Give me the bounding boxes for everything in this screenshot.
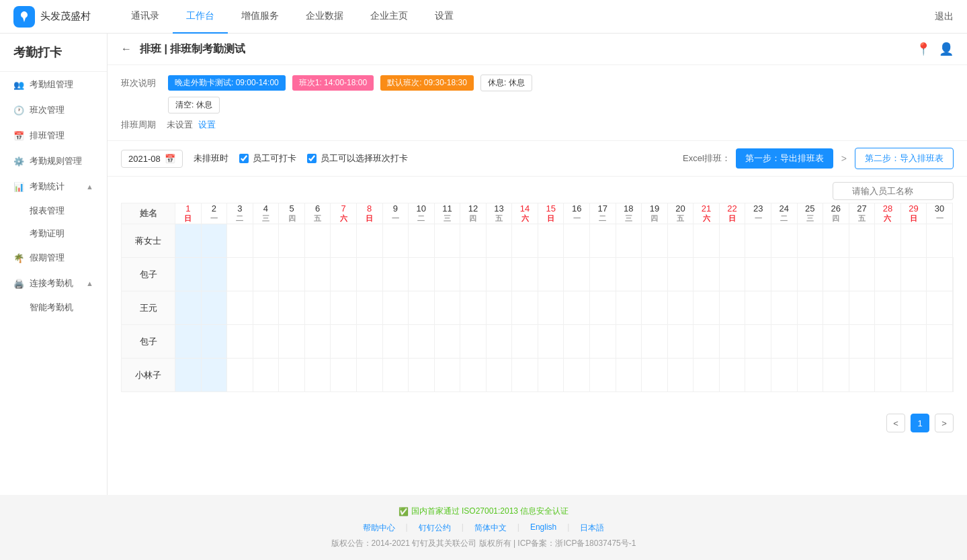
day-28: 28 六 bbox=[875, 203, 901, 224]
calendar-icon: 📅 bbox=[165, 154, 175, 164]
import-button[interactable]: 第二步：导入排班表 bbox=[855, 148, 954, 169]
footer-copyright: 版权公告：2014-2021 钉钉及其关联公司 版权所有 | ICP备案：浙IC… bbox=[11, 538, 956, 549]
pagination: < 1 > bbox=[108, 406, 967, 440]
sidebar-item-schedule[interactable]: 📅 排班管理 bbox=[0, 123, 107, 148]
nav-contacts[interactable]: 通讯录 bbox=[118, 0, 173, 34]
sidebar-item-rules[interactable]: ⚙️ 考勤规则管理 bbox=[0, 148, 107, 174]
cycle-row: 排班周期 未设置 设置 bbox=[121, 119, 954, 131]
logo-name: 头发茂盛村 bbox=[40, 10, 91, 23]
sidebar-item-smart-device[interactable]: 智能考勤机 bbox=[0, 296, 107, 319]
toolbar: 2021-08 📅 未排班时 员工可打卡 员工可以选择班次打卡 Excel排班： bbox=[108, 141, 967, 177]
nav-vip[interactable]: 增值服务 bbox=[228, 0, 292, 34]
day-3: 3 二 bbox=[227, 203, 253, 224]
day-11: 11 三 bbox=[434, 203, 460, 224]
logo-area: 头发茂盛村 bbox=[13, 6, 91, 28]
shift-clear-row: 清空: 休息 bbox=[121, 97, 954, 113]
day-21: 21 六 bbox=[693, 203, 720, 224]
footer: ✅ 国内首家通过 ISO27001:2013 信息安全认证 帮助中心 | 钉钉公… bbox=[0, 495, 967, 560]
checkbox2[interactable] bbox=[307, 154, 317, 163]
shift-label: 班次说明 bbox=[121, 77, 161, 89]
security-badge: ✅ 国内首家通过 ISO27001:2013 信息安全认证 bbox=[11, 506, 956, 517]
sidebar: 考勤打卡 👥 考勤组管理 🕐 班次管理 📅 排班管理 ⚙️ 考勤规则管理 📊 bbox=[0, 34, 108, 495]
back-button[interactable]: ← bbox=[121, 43, 132, 55]
footer-japanese[interactable]: 日本語 bbox=[580, 522, 604, 534]
footer-agreement[interactable]: 钉钉公约 bbox=[419, 522, 451, 534]
table-row: 蒋女士 bbox=[122, 224, 954, 258]
shield-icon: ✅ bbox=[398, 507, 409, 516]
cycle-label: 排班周期 bbox=[121, 119, 161, 131]
checkbox1-wrap[interactable]: 员工可打卡 bbox=[239, 152, 296, 165]
nav-data[interactable]: 企业数据 bbox=[292, 0, 357, 34]
sidebar-item-attendance-group[interactable]: 👥 考勤组管理 bbox=[0, 72, 107, 97]
day-7: 7 六 bbox=[331, 203, 357, 224]
header-title-area: ← 排班 | 排班制考勤测试 bbox=[121, 42, 245, 56]
day-5: 5 四 bbox=[279, 203, 305, 224]
table-row: 包子 bbox=[122, 258, 954, 291]
shift-badge-clear[interactable]: 清空: 休息 bbox=[168, 97, 220, 113]
checkbox1-label: 员工可打卡 bbox=[253, 152, 296, 165]
checkbox1[interactable] bbox=[239, 154, 249, 163]
cycle-value: 未设置 bbox=[167, 119, 193, 131]
table-row: 王元 bbox=[122, 291, 954, 325]
sidebar-item-shift[interactable]: 🕐 班次管理 bbox=[0, 97, 107, 123]
stats-arrow-icon: ▲ bbox=[86, 183, 93, 191]
emp-name-1: 包子 bbox=[122, 258, 175, 291]
sidebar-page-title: 考勤打卡 bbox=[0, 34, 107, 72]
nav-logout[interactable]: 退出 bbox=[935, 11, 954, 23]
sidebar-item-report[interactable]: 报表管理 bbox=[0, 199, 107, 222]
day-15: 15 日 bbox=[538, 203, 564, 224]
shift-badge-2[interactable]: 默认班次: 09:30-18:30 bbox=[380, 75, 474, 91]
shift-badges-row: 班次说明 晚走外勤卡测试: 09:00-14:00 班次1: 14:00-18:… bbox=[121, 75, 954, 91]
calendar-wrapper: 姓名 1 日 2 一 3 二 bbox=[108, 203, 967, 406]
nav-right: 退出 bbox=[935, 11, 954, 23]
sidebar-item-device[interactable]: 🖨️ 连接考勤机 ▲ bbox=[0, 271, 107, 296]
emp-name-2: 王元 bbox=[122, 291, 175, 325]
location-icon[interactable]: 📍 bbox=[916, 42, 931, 56]
excel-label: Excel排班： bbox=[683, 152, 730, 165]
day-2: 2 一 bbox=[201, 203, 227, 224]
sidebar-item-stats[interactable]: 📊 考勤统计 ▲ bbox=[0, 174, 107, 199]
day-18: 18 三 bbox=[616, 203, 642, 224]
sidebar-item-holiday[interactable]: 🌴 假期管理 bbox=[0, 245, 107, 271]
nav-company[interactable]: 企业主页 bbox=[357, 0, 421, 34]
arrow-icon: > bbox=[839, 153, 849, 164]
current-page[interactable]: 1 bbox=[911, 414, 929, 432]
day-30: 30 一 bbox=[927, 203, 953, 224]
shift-badge-1[interactable]: 班次1: 14:00-18:00 bbox=[292, 75, 374, 91]
table-row: 小林子 bbox=[122, 359, 954, 392]
footer-english[interactable]: English bbox=[530, 522, 556, 534]
nav-workbench[interactable]: 工作台 bbox=[173, 0, 228, 34]
emp-name-4: 小林子 bbox=[122, 359, 175, 392]
cycle-link[interactable]: 设置 bbox=[198, 119, 216, 131]
day-8: 8 日 bbox=[356, 203, 382, 224]
day-27: 27 五 bbox=[849, 203, 875, 224]
nav-settings[interactable]: 设置 bbox=[421, 0, 467, 34]
search-input[interactable] bbox=[833, 182, 954, 200]
shift-badge-0[interactable]: 晚走外勤卡测试: 09:00-14:00 bbox=[168, 75, 286, 91]
footer-chinese[interactable]: 简体中文 bbox=[474, 522, 507, 534]
user-icon[interactable]: 👤 bbox=[939, 42, 954, 56]
holiday-icon: 🌴 bbox=[13, 252, 24, 263]
page-title: 排班 | 排班制考勤测试 bbox=[140, 42, 245, 56]
day-20: 20 五 bbox=[667, 203, 693, 224]
footer-help[interactable]: 帮助中心 bbox=[363, 522, 395, 534]
group-icon: 👥 bbox=[13, 79, 24, 90]
checkbox2-wrap[interactable]: 员工可以选择班次打卡 bbox=[307, 152, 408, 165]
shift-badge-3[interactable]: 休息: 休息 bbox=[480, 75, 532, 91]
logo-icon bbox=[13, 6, 35, 28]
toolbar-left: 2021-08 📅 未排班时 员工可打卡 员工可以选择班次打卡 bbox=[121, 150, 408, 168]
emp-name-3: 包子 bbox=[122, 325, 175, 359]
main-content: ← 排班 | 排班制考勤测试 📍 👤 班次说明 晚走外勤卡测试: 09:00-1… bbox=[108, 34, 967, 495]
checkbox2-label: 员工可以选择班次打卡 bbox=[321, 152, 408, 165]
day-25: 25 三 bbox=[797, 203, 823, 224]
day-16: 16 一 bbox=[564, 203, 590, 224]
search-wrap: 🔍 bbox=[833, 182, 954, 200]
security-text: 国内首家通过 ISO27001:2013 信息安全认证 bbox=[411, 506, 569, 517]
stats-icon: 📊 bbox=[13, 181, 24, 192]
sidebar-item-proof[interactable]: 考勤证明 bbox=[0, 222, 107, 245]
next-page-button[interactable]: > bbox=[935, 414, 954, 432]
export-button[interactable]: 第一步：导出排班表 bbox=[736, 148, 833, 169]
prev-page-button[interactable]: < bbox=[886, 414, 905, 432]
date-picker[interactable]: 2021-08 📅 bbox=[121, 150, 183, 168]
shift-info: 班次说明 晚走外勤卡测试: 09:00-14:00 班次1: 14:00-18:… bbox=[108, 65, 967, 141]
